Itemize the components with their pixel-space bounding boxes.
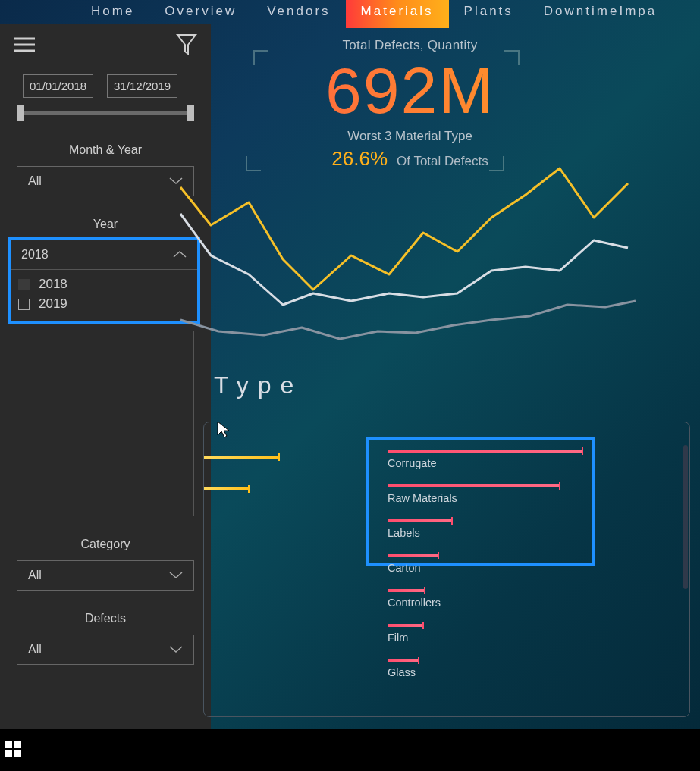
checkbox-icon bbox=[18, 279, 30, 290]
month-year-dropdown[interactable]: All bbox=[17, 166, 194, 196]
bar-segment bbox=[204, 487, 250, 490]
chevron-down-icon bbox=[169, 646, 183, 653]
bar-fill bbox=[388, 589, 425, 592]
year-option-2019[interactable]: 2019 bbox=[18, 294, 190, 314]
section-title-type: Type bbox=[214, 371, 303, 400]
defects-value: All bbox=[28, 643, 42, 657]
category-dropdown[interactable]: All bbox=[17, 560, 194, 591]
category-value: All bbox=[28, 569, 42, 582]
trend-line-chart bbox=[180, 142, 666, 369]
bar-fill bbox=[388, 624, 424, 627]
bar-label: Corrugate bbox=[388, 457, 583, 469]
hamburger-icon[interactable] bbox=[14, 36, 35, 56]
slider-handle-start[interactable] bbox=[17, 105, 24, 121]
svg-rect-5 bbox=[5, 750, 12, 757]
material-type-bars: CorrugateRaw MaterialsLabelsCartonContro… bbox=[203, 422, 690, 717]
svg-rect-4 bbox=[14, 741, 21, 748]
bar-row[interactable]: Glass bbox=[388, 659, 419, 679]
bar-row[interactable]: Film bbox=[388, 624, 424, 644]
main-content: Total Defects, Quantity 692M Worst 3 Mat… bbox=[211, 24, 700, 729]
windows-taskbar[interactable] bbox=[0, 729, 700, 771]
bar-row[interactable]: Corrugate bbox=[388, 450, 583, 469]
defects-dropdown[interactable]: All bbox=[17, 635, 194, 665]
corner-decoration bbox=[504, 50, 520, 65]
defects-label: Defects bbox=[14, 612, 197, 625]
bar-fill bbox=[388, 554, 439, 557]
year-value: 2018 bbox=[21, 248, 49, 262]
bar-row[interactable]: Labels bbox=[388, 519, 453, 539]
bar-label: Controllers bbox=[388, 597, 441, 609]
bar-label: Raw Materials bbox=[388, 492, 560, 504]
category-label: Category bbox=[14, 538, 197, 551]
month-year-value: All bbox=[28, 174, 42, 188]
bar-segment bbox=[204, 456, 280, 459]
windows-start-icon[interactable] bbox=[3, 739, 23, 762]
bar-label: Film bbox=[388, 632, 424, 644]
bar-fill bbox=[388, 519, 453, 522]
bar-fill bbox=[388, 450, 583, 453]
scrollbar-thumb[interactable] bbox=[683, 445, 688, 589]
date-start-input[interactable]: 01/01/2018 bbox=[23, 74, 93, 98]
bar-label: Glass bbox=[388, 666, 419, 679]
svg-rect-6 bbox=[14, 750, 21, 757]
year-label: Year bbox=[14, 218, 197, 231]
total-defects-value: 692M bbox=[120, 58, 700, 123]
checkbox-icon bbox=[18, 299, 30, 310]
corner-decoration bbox=[253, 50, 268, 65]
bar-label: Labels bbox=[388, 527, 453, 539]
bar-fill bbox=[388, 484, 560, 487]
chevron-down-icon bbox=[169, 572, 183, 579]
bar-fill bbox=[388, 659, 419, 662]
bar-row[interactable]: Controllers bbox=[388, 589, 441, 609]
year-listbox-empty bbox=[17, 331, 194, 516]
year-option-2018[interactable]: 2018 bbox=[18, 274, 190, 294]
year-dropdown[interactable]: 2018 2018 2019 bbox=[8, 237, 200, 324]
bar-row[interactable]: Raw Materials bbox=[388, 484, 560, 504]
bar-row[interactable]: Carton bbox=[388, 554, 439, 574]
top-nav: Home Overview Vendors Materials Plants D… bbox=[0, 0, 700, 24]
total-defects-label: Total Defects, Quantity bbox=[120, 38, 700, 53]
svg-rect-3 bbox=[5, 741, 12, 748]
bar-label: Carton bbox=[388, 562, 439, 574]
